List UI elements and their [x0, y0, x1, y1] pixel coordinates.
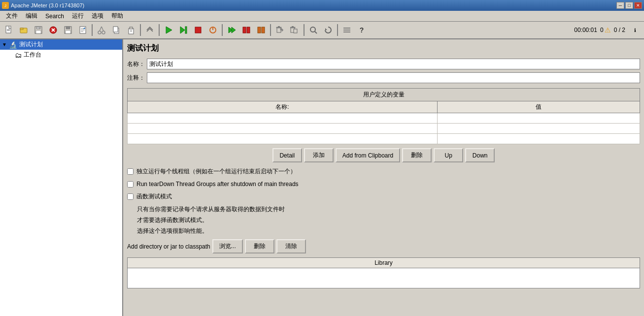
teardown-checkbox[interactable]	[127, 181, 134, 188]
add-from-clipboard-button[interactable]: Add from Clipboard	[336, 148, 400, 162]
svg-rect-32	[195, 27, 201, 33]
menu-bar: 文件 编辑 Search 运行 选项 帮助	[0, 11, 644, 22]
info-block-2: 选择这个选项很影响性能。	[137, 226, 630, 235]
info-text-1: 只有当你需要记录每个请求从服务器取得的数据到文件时	[137, 205, 630, 214]
independent-checkbox[interactable]	[127, 168, 134, 175]
play-no-pause-button[interactable]	[176, 23, 190, 37]
clear-all-button[interactable]	[288, 23, 302, 37]
svg-marker-36	[232, 27, 236, 33]
comment-input[interactable]	[147, 72, 640, 83]
clear-classpath-button[interactable]: 清除	[276, 239, 306, 253]
copy-button[interactable]	[109, 23, 123, 37]
add-button[interactable]: 添加	[304, 148, 334, 162]
new-button[interactable]	[2, 23, 16, 37]
info-text-3: 选择这个选项很影响性能。	[137, 226, 630, 235]
menu-search[interactable]: Search	[41, 12, 68, 21]
main-layout: ▼ 🔬 测试计划 🗂 工作台 测试计划 名称： 注释： 用户定义的变量	[0, 39, 644, 316]
shutdown-button[interactable]	[206, 23, 220, 37]
checkbox-independent: 独立运行每个线程组（例如在一个组运行结束后启动下一个）	[127, 166, 640, 177]
user-vars-title: 用户定义的变量	[127, 88, 640, 101]
comment-label: 注释：	[127, 74, 147, 82]
cut-button[interactable]	[95, 23, 108, 37]
info-button[interactable]: ℹ	[628, 23, 642, 37]
run-counter: 0 / 2	[614, 27, 625, 33]
clear-button[interactable]	[273, 23, 287, 37]
toolbar: ? 00:00:01 0 ⚠ 0 / 2 ℹ	[0, 22, 644, 39]
user-vars-section: 用户定义的变量 名称: 值	[127, 88, 640, 144]
left-panel: ▼ 🔬 测试计划 🗂 工作台	[0, 39, 123, 316]
library-header: Library	[128, 258, 640, 268]
toolbar-separator-5	[270, 24, 271, 36]
up-button[interactable]: Up	[434, 148, 463, 162]
list-button[interactable]	[340, 23, 354, 37]
open-button[interactable]	[17, 23, 31, 37]
warning-count: 0	[600, 27, 604, 33]
svg-line-22	[102, 27, 103, 31]
remote-shutdown-button[interactable]	[254, 23, 268, 37]
panel-title: 测试计划	[127, 43, 640, 54]
classpath-row: Add directory or jar to classpath 浏览... …	[127, 239, 640, 253]
stop-error-button[interactable]	[46, 23, 60, 37]
info-text-2: 才需要选择函数测试模式。	[137, 216, 630, 224]
detail-button[interactable]: Detail	[272, 148, 302, 162]
library-section: Library	[127, 257, 640, 288]
library-body	[128, 268, 640, 288]
play-button[interactable]	[162, 23, 175, 37]
svg-rect-42	[276, 27, 281, 28]
svg-marker-30	[180, 27, 185, 33]
toolbar-separator-7	[337, 24, 338, 36]
svg-rect-37	[243, 27, 246, 33]
name-input[interactable]	[147, 59, 640, 69]
svg-rect-47	[294, 29, 297, 33]
empty-row-1	[128, 113, 640, 124]
col-value: 值	[437, 101, 640, 113]
svg-rect-31	[185, 27, 187, 33]
functional-checkbox[interactable]	[127, 193, 134, 200]
classpath-label: Add directory or jar to classpath	[127, 243, 210, 250]
workbench-label: 工作台	[24, 51, 41, 59]
svg-point-20	[102, 31, 105, 34]
svg-line-21	[100, 27, 102, 31]
workbench-icon: 🗂	[15, 51, 22, 59]
svg-rect-38	[247, 27, 250, 33]
maximize-button[interactable]: □	[625, 2, 633, 9]
teardown-label: Run tearDown Thread Groups after shutdow…	[136, 181, 299, 188]
expand-button[interactable]	[143, 23, 157, 37]
svg-point-19	[98, 31, 101, 34]
toolbar-separator-4	[222, 24, 223, 36]
stop-button[interactable]	[191, 23, 205, 37]
checkbox-functional: 函数测试模式	[127, 191, 640, 202]
menu-options[interactable]: 选项	[88, 11, 107, 21]
svg-rect-4	[20, 28, 23, 30]
minimize-button[interactable]: ─	[616, 2, 624, 9]
user-vars-table: 名称: 值	[127, 101, 640, 144]
name-label: 名称：	[127, 60, 147, 68]
paste-button[interactable]	[124, 23, 138, 37]
close-button[interactable]: ✕	[634, 2, 642, 9]
remote-start-button[interactable]	[225, 23, 238, 37]
menu-file[interactable]: 文件	[2, 11, 22, 21]
toolbar-right: 00:00:01 0 ⚠ 0 / 2 ℹ	[574, 23, 642, 37]
expand-arrow: ▼	[2, 42, 7, 47]
timer-display: 00:00:01	[574, 27, 597, 33]
menu-edit[interactable]: 编辑	[22, 11, 41, 21]
tree-item-test-plan[interactable]: ▼ 🔬 测试计划	[0, 39, 122, 50]
toolbar-separator-2	[140, 24, 141, 36]
save-config-button[interactable]	[32, 23, 45, 37]
classpath-delete-button[interactable]: 删除	[245, 239, 274, 253]
tree-item-workbench[interactable]: 🗂 工作台	[0, 50, 122, 60]
warning-icon: ⚠	[605, 26, 611, 34]
menu-help[interactable]: 帮助	[107, 11, 127, 21]
save-button[interactable]	[61, 23, 75, 37]
remote-stop-button[interactable]	[239, 23, 253, 37]
empty-row-2	[128, 124, 640, 134]
menu-run[interactable]: 运行	[68, 11, 88, 21]
report-button[interactable]	[76, 23, 90, 37]
reset-button[interactable]	[321, 23, 335, 37]
browse-button[interactable]: 浏览...	[212, 239, 243, 253]
delete-button[interactable]: 删除	[402, 148, 432, 162]
search-button[interactable]	[306, 23, 320, 37]
help-toolbar-button[interactable]: ?	[355, 23, 369, 37]
down-button[interactable]: Down	[465, 148, 495, 162]
col-name: 名称:	[128, 101, 438, 113]
